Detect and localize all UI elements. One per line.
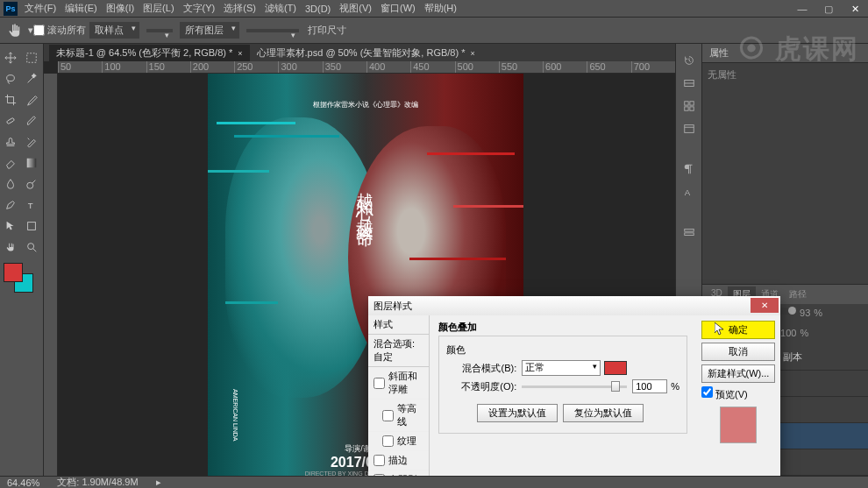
menu-layer[interactable]: 图层(L): [143, 2, 174, 15]
path-select-tool[interactable]: [1, 216, 20, 236]
set-default-button[interactable]: 设置为默认值: [477, 404, 558, 422]
menu-select[interactable]: 选择(S): [224, 2, 256, 15]
move-tool[interactable]: [1, 48, 20, 67]
style-item[interactable]: 纹理: [368, 432, 429, 451]
dialog-title: 图层样式: [374, 300, 412, 313]
extra-dropdown[interactable]: [246, 29, 299, 32]
marquee-tool[interactable]: [22, 48, 41, 67]
layer-style-dialog: 图层样式 ✕ 样式 混合选项:自定 斜面和浮雕 等高线 纹理 描边 内阴影 内发…: [368, 296, 780, 477]
svg-rect-13: [684, 125, 694, 133]
document-tab-1[interactable]: 未标题-1 @ 64.5% (色彩平衡 2, RGB/8) *×: [49, 45, 250, 61]
style-item[interactable]: 描边: [368, 451, 429, 470]
ruler-vertical: [44, 74, 58, 476]
close-tab-icon[interactable]: ×: [238, 49, 242, 58]
lasso-tool[interactable]: [1, 69, 20, 88]
svg-point-7: [28, 244, 34, 250]
sample-size-dropdown[interactable]: [146, 29, 173, 32]
watermark: ⦿ 虎课网: [738, 32, 859, 67]
zoom-tool[interactable]: [22, 237, 41, 257]
sample-dropdown[interactable]: 取样点: [89, 22, 139, 39]
close-tab-icon[interactable]: ×: [470, 49, 474, 58]
scroll-all-checkbox[interactable]: [33, 25, 45, 36]
character-panel-icon[interactable]: A: [679, 182, 699, 202]
svg-rect-3: [27, 159, 37, 168]
cancel-button[interactable]: 取消: [701, 343, 775, 361]
foreground-color[interactable]: [4, 263, 23, 282]
color-panel-icon[interactable]: [679, 74, 699, 93]
style-checkbox[interactable]: [374, 455, 385, 466]
layers-dropdown[interactable]: 所有图层: [180, 22, 239, 39]
svg-rect-0: [27, 53, 37, 63]
text-tool[interactable]: T: [22, 195, 41, 215]
color-swatches[interactable]: [4, 263, 35, 294]
hand-tool[interactable]: [1, 237, 20, 257]
gradient-tool[interactable]: [22, 153, 41, 173]
doc-size[interactable]: 文档: 1.90M/48.9M: [57, 476, 138, 488]
preview-swatch: [720, 407, 757, 443]
reset-default-button[interactable]: 复位为默认值: [563, 404, 644, 422]
eraser-tool[interactable]: [1, 153, 20, 173]
style-checkbox[interactable]: [382, 435, 394, 447]
dialog-titlebar[interactable]: 图层样式 ✕: [368, 296, 780, 315]
style-item[interactable]: 等高线: [368, 400, 429, 432]
window-minimize[interactable]: —: [789, 0, 815, 18]
pen-tool[interactable]: [1, 195, 20, 215]
blur-tool[interactable]: [1, 174, 20, 194]
svg-rect-6: [28, 223, 36, 230]
zoom-value[interactable]: 64.46%: [7, 477, 39, 488]
stamp-tool[interactable]: [1, 132, 20, 152]
svg-rect-16: [684, 233, 694, 236]
overlay-color-swatch[interactable]: [604, 361, 627, 375]
opacity-slider[interactable]: [522, 385, 627, 388]
menu-type[interactable]: 文字(Y): [183, 2, 216, 15]
menu-file[interactable]: 文件(F): [25, 2, 56, 15]
styles-header[interactable]: 样式: [368, 315, 429, 335]
history-panel-icon[interactable]: [679, 51, 699, 70]
history-brush-tool[interactable]: [22, 132, 41, 152]
scroll-all-label: 滚动所有: [47, 24, 86, 37]
svg-text:T: T: [28, 201, 33, 210]
svg-rect-10: [689, 102, 693, 105]
new-style-button[interactable]: 新建样式(W)...: [701, 364, 775, 383]
wand-tool[interactable]: [22, 69, 41, 88]
menu-3d[interactable]: 3D(D): [305, 4, 331, 14]
style-checkbox[interactable]: [374, 378, 385, 389]
svg-rect-2: [6, 117, 14, 124]
menu-window[interactable]: 窗口(W): [381, 2, 416, 15]
style-checkbox[interactable]: [382, 410, 394, 421]
paragraph-panel-icon[interactable]: [679, 159, 699, 179]
opacity-input[interactable]: [632, 379, 667, 393]
document-tab-2[interactable]: 心理罪素材.psd @ 50% (矢量智能对象, RGB/8) *×: [250, 45, 482, 61]
menu-filter[interactable]: 滤镜(T): [265, 2, 296, 15]
eyedropper-tool[interactable]: [22, 90, 41, 110]
brush-tool[interactable]: [22, 111, 41, 131]
svg-point-4: [27, 182, 33, 188]
swatches-panel-icon[interactable]: [679, 96, 699, 116]
poster-credit: 根据作家雷米小说《心理罪》改编: [313, 100, 418, 110]
poster-subtitle: AMERICAN LINDA: [232, 389, 238, 442]
crop-tool[interactable]: [1, 90, 20, 110]
menu-edit[interactable]: 编辑(E): [65, 2, 97, 15]
group-title: 颜色叠加: [438, 321, 687, 334]
actions-panel-icon[interactable]: [679, 223, 699, 242]
shape-tool[interactable]: [22, 216, 41, 236]
print-size-button[interactable]: 打印尺寸: [308, 24, 346, 37]
window-close[interactable]: ✕: [842, 0, 868, 18]
menu-image[interactable]: 图像(I): [106, 2, 134, 15]
dodge-tool[interactable]: [22, 174, 41, 194]
menu-help[interactable]: 帮助(H): [424, 2, 457, 15]
blending-options[interactable]: 混合选项:自定: [368, 335, 429, 367]
preview-checkbox[interactable]: [701, 386, 713, 398]
slider-handle[interactable]: [611, 381, 620, 392]
ok-button[interactable]: 确定: [701, 321, 775, 339]
dialog-close-button[interactable]: ✕: [751, 298, 779, 313]
opacity-label: 不透明度(O):: [446, 380, 516, 393]
window-maximize[interactable]: ▢: [815, 0, 842, 18]
library-panel-icon[interactable]: [679, 119, 699, 138]
blend-mode-dropdown[interactable]: 正常: [522, 360, 601, 376]
style-item[interactable]: 斜面和浮雕: [368, 367, 429, 400]
menu-view[interactable]: 视图(V): [339, 2, 372, 15]
style-list: 样式 混合选项:自定 斜面和浮雕 等高线 纹理 描边 内阴影 内发光 光泽 颜色…: [368, 315, 430, 477]
heal-tool[interactable]: [1, 111, 20, 131]
tab-paths[interactable]: 路径: [784, 286, 812, 302]
